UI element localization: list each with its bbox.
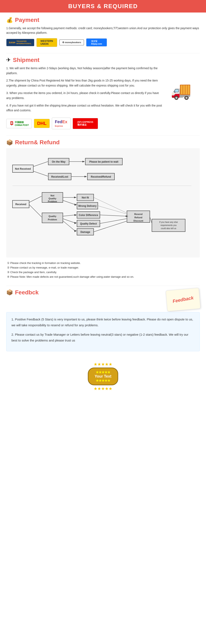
arrow-qp-to-cd bbox=[63, 215, 75, 216]
feedback-title: 📦 Feedbck bbox=[6, 289, 39, 296]
quality-defect-label: Quality Defect bbox=[80, 222, 97, 225]
bank-transfer-label: BANK bbox=[9, 41, 16, 44]
arrow-nqp-nf-head bbox=[74, 196, 77, 198]
else-label1: If you have any else bbox=[159, 221, 178, 223]
payment-heading: Payment bbox=[15, 17, 39, 23]
refund-note-4: ④ Please Note: Men made defects are not … bbox=[6, 274, 200, 279]
sf-label: (SF) EXPRESS顺丰速运 bbox=[76, 120, 95, 127]
shipment-courier-image: 🚚 bbox=[162, 66, 200, 116]
divider-3 bbox=[6, 286, 200, 286]
arrow-qp-dmg-head bbox=[74, 230, 77, 232]
feedback-card-label: Feedback bbox=[172, 295, 194, 304]
refund-notes: ① Please check the tracking in formation… bbox=[6, 261, 200, 279]
arrow-nr-to-rl bbox=[33, 171, 48, 176]
shipment-point-2: 2.The shipment by China Post Registered … bbox=[6, 78, 162, 88]
fedex-label: FedEx Express bbox=[55, 120, 67, 128]
resend-label3: Discount bbox=[133, 220, 143, 222]
payment-title: 💰 Payment bbox=[6, 17, 200, 23]
arrow-rl-to-rr-head bbox=[85, 176, 87, 178]
arrow-nf-to-resend bbox=[94, 198, 126, 213]
received-lost-label: Received/Lost bbox=[51, 175, 68, 178]
western-union-logo: WESTERNUNION bbox=[36, 38, 57, 47]
refund-note-2: ② Please contact us by meesage, e-mail, … bbox=[6, 266, 200, 270]
arrow-ow-to-wait-head bbox=[82, 161, 85, 162]
alipay-logo: 支付宝Alipay.com bbox=[86, 38, 107, 46]
received-label: Received bbox=[15, 203, 26, 206]
refund-section: 📦 Return& Refund Not Received On the Way bbox=[6, 139, 200, 279]
nqp-label2: Quality bbox=[48, 197, 56, 200]
arrow-nqp-wd-head bbox=[74, 204, 77, 206]
qp-box bbox=[42, 213, 63, 223]
arrow-qp-cd-head bbox=[74, 214, 77, 216]
shipment-text: 1. We will sent the items within 2-5days… bbox=[6, 66, 162, 116]
western-union-label: WESTERNUNION bbox=[41, 40, 53, 46]
shipment-title: ✈ Shipment bbox=[6, 57, 200, 64]
resend-label2: Refund bbox=[134, 216, 142, 219]
arrow-resend-to-else bbox=[150, 217, 152, 223]
feedback-card: 1. Positive Feedback (5 Stars) is very i… bbox=[6, 312, 200, 351]
page-title: BUYERS & REQUIRED bbox=[0, 3, 206, 10]
wrong-delivery-label: Wrong Delivery bbox=[78, 204, 97, 208]
chinapost-icon: 📮 bbox=[9, 121, 14, 126]
chinapost-label: 中国邮政CHINA POST bbox=[15, 121, 29, 126]
badge-stars-top: ★★★★★ bbox=[88, 362, 118, 367]
please-wait-label: Please be patient to wait bbox=[89, 160, 118, 163]
main-content: 💰 Payment 1.Generally, we accept the fol… bbox=[0, 12, 206, 400]
shipment-heading: Shipment bbox=[13, 57, 40, 64]
color-diff-label: Color Difference bbox=[79, 214, 98, 216]
else-label3: could also tell us bbox=[161, 227, 176, 230]
badge-stars-bottom: ★★★★★ bbox=[88, 386, 118, 391]
payment-section: 💰 Payment 1.Generally, we accept the fol… bbox=[6, 17, 200, 47]
divider-2 bbox=[6, 136, 200, 136]
nqp-label3: Problem bbox=[48, 200, 57, 203]
feedback-header-row: 📦 Feedbck Feedback bbox=[6, 289, 200, 310]
damage-label: Damage bbox=[81, 230, 90, 234]
alipay-label: 支付宝Alipay.com bbox=[91, 40, 102, 45]
feedback-title-group: 📦 Feedbck bbox=[6, 289, 39, 298]
feedback-heading: Feedbck bbox=[15, 289, 39, 296]
payment-icon: 💰 bbox=[6, 17, 13, 23]
bank-transfer-text: TRANSFERINTERNATIONAL bbox=[16, 40, 32, 45]
resend-label1: Resend bbox=[134, 213, 143, 215]
fedex-logo: FedEx Express bbox=[52, 118, 71, 129]
arrow-r-to-qp bbox=[29, 204, 42, 217]
arrow-nr-to-ow bbox=[33, 162, 48, 166]
else-label2: requirements you bbox=[160, 224, 177, 226]
feedback-point-2: 2. Please contact us by Trade Manager or… bbox=[11, 332, 195, 344]
qp-label2: Problem bbox=[48, 218, 57, 221]
arrow-r-to-nqp bbox=[29, 196, 42, 202]
shipping-logos: 📮 中国邮政CHINA POST DHL FedEx Express (SF) … bbox=[6, 118, 200, 129]
bank-transfer-logo: BANK TRANSFERINTERNATIONAL bbox=[6, 39, 34, 46]
received-refund-label: Received/Refund bbox=[91, 175, 111, 178]
arrow-nqp-to-wd bbox=[63, 200, 75, 204]
sf-logo: (SF) EXPRESS顺丰速运 bbox=[73, 118, 98, 129]
arrow-wd-to-resend bbox=[98, 206, 126, 214]
courier-figure: 🚚 bbox=[171, 81, 192, 100]
feedback-note-card: Feedback bbox=[166, 288, 201, 312]
payment-logos: BANK TRANSFERINTERNATIONAL WESTERNUNION … bbox=[6, 38, 200, 47]
arrow-cd-to-resend bbox=[100, 215, 126, 216]
payment-description: 1.Generally, we accept the following pay… bbox=[6, 26, 200, 35]
feedback-icon: 📦 bbox=[6, 289, 13, 296]
moneybookers-label: ⚙ moneybookers bbox=[62, 41, 81, 44]
shipment-icon: ✈ bbox=[6, 57, 11, 63]
arrow-qp-qd-head bbox=[74, 222, 77, 224]
qp-label: Quality bbox=[48, 215, 56, 218]
flowchart-svg: Not Received On the Way Please be patien… bbox=[10, 152, 194, 252]
nqp-label: Not bbox=[51, 194, 55, 197]
flowchart-container: Not Received On the Way Please be patien… bbox=[6, 148, 200, 258]
page-header: BUYERS & REQUIRED bbox=[0, 0, 206, 12]
dhl-label: DHL bbox=[37, 121, 46, 126]
chinapost-logo: 📮 中国邮政CHINA POST bbox=[6, 119, 32, 128]
refund-note-3: ③ Check the package and Item, carefully. bbox=[6, 270, 200, 274]
refund-note-1: ① Please check the tracking in formation… bbox=[6, 261, 200, 266]
refund-heading: Return& Refund bbox=[15, 139, 60, 146]
shipment-point-1: 1. We will sent the items within 2-5days… bbox=[6, 66, 162, 76]
badge-container: ★★★★★ Your Text ★★★★★ bbox=[88, 362, 118, 391]
refund-icon: 📦 bbox=[6, 139, 13, 146]
feedback-point-1: 1. Positive Feedback (5 Stars) is very i… bbox=[11, 316, 195, 328]
dhl-logo: DHL bbox=[34, 119, 50, 128]
not-received-label: Not Received bbox=[15, 168, 31, 170]
shipment-point-4: 4. If you have not got it within the shi… bbox=[6, 103, 162, 113]
feedback-section: 📦 Feedbck Feedback 1. Positive Feedback … bbox=[6, 289, 200, 351]
